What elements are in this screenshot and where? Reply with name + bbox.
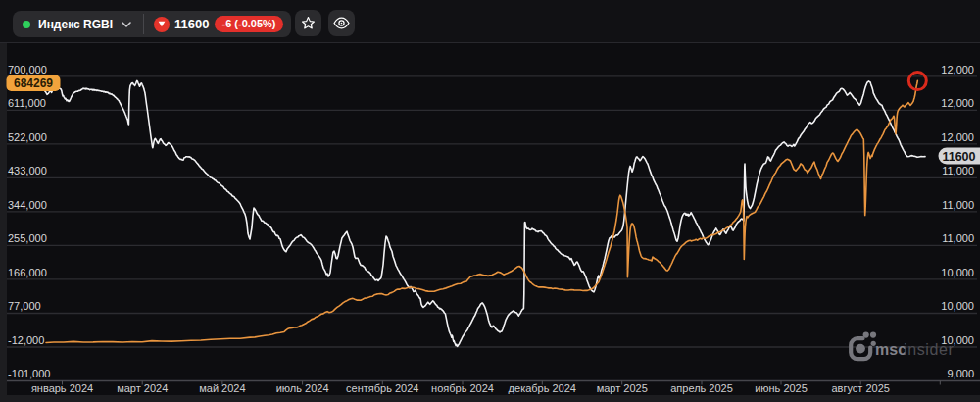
svg-text:-12,000: -12,000	[8, 334, 44, 346]
svg-text:12,000: 12,000	[941, 97, 974, 109]
svg-text:апрель 2025: апрель 2025	[670, 382, 733, 394]
svg-text:255,000: 255,000	[8, 232, 47, 244]
svg-text:611,000: 611,000	[8, 97, 46, 109]
svg-text:11,000: 11,000	[942, 165, 974, 176]
svg-text:10,000: 10,000	[941, 267, 974, 278]
svg-text:11,000: 11,000	[942, 199, 974, 211]
svg-text:10,000: 10,000	[941, 300, 974, 312]
svg-text:11600: 11600	[942, 150, 975, 164]
svg-text:июнь 2025: июнь 2025	[755, 382, 808, 394]
svg-text:август 2025: август 2025	[831, 382, 889, 394]
svg-text:12,000: 12,000	[941, 131, 974, 143]
svg-text:январь 2024: январь 2024	[31, 382, 93, 394]
svg-text:700,000: 700,000	[8, 64, 47, 75]
svg-text:77,000: 77,000	[8, 300, 41, 312]
svg-text:ноябрь 2024: ноябрь 2024	[431, 382, 494, 394]
svg-text:433,000: 433,000	[8, 165, 47, 176]
svg-text:март 2025: март 2025	[597, 382, 648, 394]
svg-text:декабрь 2024: декабрь 2024	[509, 382, 576, 394]
svg-text:-101,000: -101,000	[8, 368, 50, 379]
svg-text:март 2024: март 2024	[117, 382, 168, 394]
svg-text:522,000: 522,000	[8, 131, 47, 143]
svg-text:11,000: 11,000	[942, 232, 974, 244]
svg-text:12,000: 12,000	[941, 64, 974, 75]
svg-text:июль 2024: июль 2024	[276, 382, 329, 394]
svg-text:insider: insider	[904, 341, 954, 358]
svg-text:май 2024: май 2024	[199, 382, 245, 394]
svg-text:684269: 684269	[14, 76, 53, 90]
svg-text:9,000: 9,000	[947, 368, 974, 379]
svg-text:сентябрь 2024: сентябрь 2024	[346, 382, 418, 394]
svg-text:344,000: 344,000	[8, 199, 47, 211]
svg-text:msc: msc	[875, 341, 906, 358]
svg-text:166,000: 166,000	[8, 267, 47, 278]
